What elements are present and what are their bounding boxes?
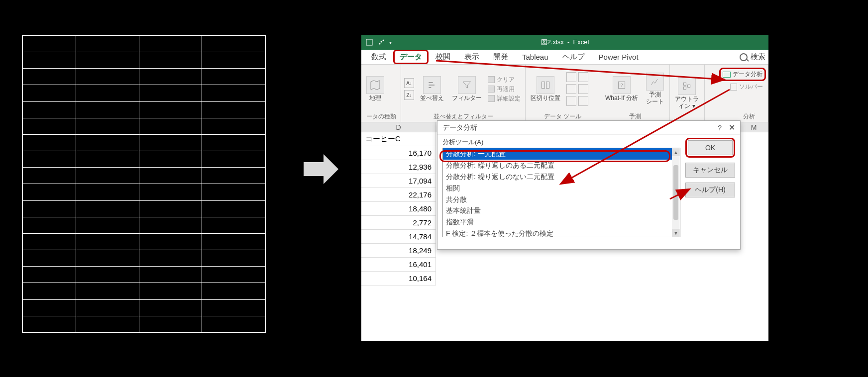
btn-filter[interactable]: フィルター: [450, 75, 484, 103]
btn-solver[interactable]: ソルバー: [730, 83, 763, 91]
title-filename: 図2.xlsx: [541, 38, 564, 46]
scroll-down-icon[interactable]: ▼: [672, 229, 680, 237]
group-analysis-caption: 分析: [708, 111, 765, 121]
btn-advanced[interactable]: 詳細設定: [488, 94, 521, 103]
tool-icon-3[interactable]: [566, 84, 576, 94]
btn-reapply[interactable]: 再適用: [488, 85, 521, 94]
cell-d-5[interactable]: 18,480: [361, 202, 436, 216]
btn-outline[interactable]: アウトラ イン ▾: [673, 76, 701, 111]
dialog-title-text: データ分析: [442, 123, 477, 132]
list-item-anova2r[interactable]: 分散分析: 繰り返しのある二元配置: [443, 160, 680, 171]
sort-asc-icon[interactable]: A↓: [404, 78, 414, 88]
cell-d-9[interactable]: 16,401: [361, 258, 436, 272]
qat-icon[interactable]: [365, 38, 373, 46]
dialog-titlebar[interactable]: データ分析 ? ✕: [437, 121, 740, 135]
btn-text-to-columns[interactable]: 区切り位置: [529, 75, 562, 103]
btn-sort-label: 並べ替え: [420, 95, 444, 102]
tool-icon-6[interactable]: [578, 96, 588, 106]
tab-help[interactable]: ヘルプ: [555, 50, 592, 64]
btn-clear[interactable]: クリア: [488, 76, 521, 84]
group-tools-caption: データ ツール: [529, 111, 597, 121]
btn-whatif[interactable]: ? What-If 分析: [603, 75, 640, 103]
group-forecast-caption: 予測: [603, 111, 666, 121]
tab-review[interactable]: 校閲: [429, 50, 457, 64]
list-item-anova2[interactable]: 分散分析: 繰り返しのない二元配置: [443, 171, 680, 183]
cell-d-2[interactable]: 12,936: [361, 160, 436, 174]
svg-point-3: [383, 40, 384, 41]
scroll-thumb[interactable]: [673, 165, 678, 220]
scroll-up-icon[interactable]: ▲: [672, 148, 680, 156]
list-item-ftest[interactable]: F 検定: ２標本を使った分散の検定: [443, 228, 680, 237]
cell-d-4[interactable]: 22,176: [361, 188, 436, 202]
cell-d-header[interactable]: コーヒーC: [361, 132, 436, 146]
window-title: 図2.xlsx - Excel: [541, 38, 589, 47]
svg-rect-0: [366, 39, 372, 45]
tool-icon-4[interactable]: [578, 84, 588, 94]
sort-icon: [423, 76, 441, 94]
btn-forecast-sheet[interactable]: 予測 シート: [644, 72, 666, 106]
whatif-icon: ?: [613, 76, 631, 94]
svg-text:?: ?: [621, 83, 623, 88]
group-sort-caption: 並べ替えとフィルター: [404, 111, 522, 121]
svg-rect-10: [688, 85, 690, 87]
svg-point-2: [381, 41, 382, 43]
svg-rect-4: [542, 82, 545, 88]
left-empty-table: [22, 35, 266, 333]
cell-d-3[interactable]: 17,094: [361, 174, 436, 188]
sort-desc-icon[interactable]: Z↓: [404, 90, 414, 100]
qat-dropdown-icon[interactable]: ▾: [389, 40, 392, 45]
solver-icon: [730, 84, 737, 91]
btn-whatif-label: What-If 分析: [605, 95, 638, 102]
advanced-icon: [488, 95, 495, 102]
cancel-button[interactable]: キャンセル: [685, 163, 735, 178]
btn-data-analysis-label: データ分析: [733, 70, 762, 79]
tool-icon-1[interactable]: [566, 72, 576, 82]
dialog-close-icon[interactable]: ✕: [729, 123, 735, 132]
btn-forecast-label: 予測 シート: [646, 92, 664, 105]
btn-outline-label: アウトラ イン ▾: [675, 96, 699, 110]
qat-icon-2[interactable]: [377, 38, 385, 46]
cell-d-6[interactable]: 2,772: [361, 216, 436, 230]
help-button[interactable]: ヘルプ(H): [685, 183, 735, 197]
tab-formula[interactable]: 数式: [364, 50, 393, 64]
list-item-anova1[interactable]: 分散分析: 一元配置: [443, 148, 680, 160]
btn-geography-label: 地理: [369, 95, 381, 102]
title-appname: Excel: [573, 38, 589, 46]
tab-tableau[interactable]: Tableau: [515, 51, 555, 63]
btn-geography[interactable]: 地理: [364, 75, 386, 103]
search-label: 検索: [751, 52, 765, 62]
list-item-cov[interactable]: 共分散: [443, 194, 680, 205]
btn-reapply-label: 再適用: [497, 85, 515, 94]
cell-d-10[interactable]: 10,164: [361, 272, 436, 285]
list-item-descstat[interactable]: 基本統計量: [443, 205, 680, 216]
tool-icon-2[interactable]: [578, 72, 588, 82]
tab-develop[interactable]: 開発: [486, 50, 515, 64]
list-item-expsmooth[interactable]: 指数平滑: [443, 216, 680, 228]
cell-d-7[interactable]: 14,784: [361, 230, 436, 244]
ok-button[interactable]: OK: [688, 140, 733, 155]
tab-powerpivot[interactable]: Power Pivot: [592, 51, 646, 63]
cell-d-8[interactable]: 18,249: [361, 244, 436, 258]
btn-advanced-label: 詳細設定: [497, 94, 521, 103]
listbox-scrollbar[interactable]: ▲ ▼: [672, 148, 680, 237]
tell-me-search[interactable]: 検索: [740, 52, 765, 62]
colhdr-m[interactable]: M: [739, 122, 768, 132]
tab-data[interactable]: データ: [393, 50, 429, 64]
colhdr-d[interactable]: D: [361, 122, 436, 132]
btn-data-analysis[interactable]: データ分析: [719, 68, 766, 81]
tool-icon-5[interactable]: [566, 96, 576, 106]
reapply-icon: [488, 86, 495, 93]
ribbon-tabs: 数式 データ 校閲 表示 開発 Tableau ヘルプ Power Pivot …: [361, 50, 768, 65]
dialog-help-icon[interactable]: ?: [718, 124, 722, 132]
group-datatype-caption: ータの種類: [364, 111, 398, 121]
btn-solver-label: ソルバー: [739, 83, 763, 91]
analysis-tool-listbox[interactable]: 分散分析: 一元配置 分散分析: 繰り返しのある二元配置 分散分析: 繰り返しの…: [442, 148, 680, 237]
btn-clear-label: クリア: [497, 76, 515, 84]
cell-d-1[interactable]: 16,170: [361, 146, 436, 160]
tab-view[interactable]: 表示: [457, 50, 486, 64]
btn-sort[interactable]: 並べ替え: [418, 75, 446, 103]
ribbon: 地理 ータの種類 A↓ Z↓ 並べ替え: [361, 65, 768, 122]
svg-point-1: [379, 43, 381, 45]
worksheet[interactable]: D M コーヒーC 16,170 12,936 17,094 22,176 18…: [361, 122, 768, 341]
list-item-corr[interactable]: 相関: [443, 183, 680, 194]
